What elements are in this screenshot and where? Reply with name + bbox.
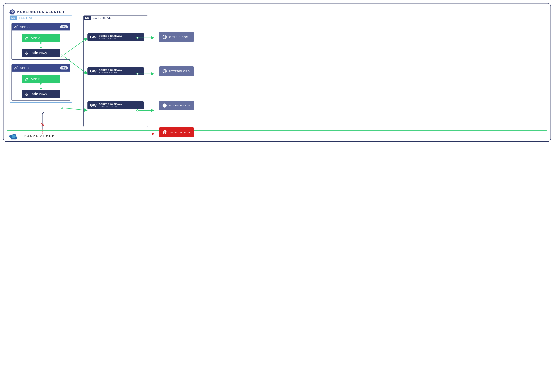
malicious-host: Malicious Host [159,127,194,137]
gw-title: EGRESS GATEWAY [99,103,122,105]
gw-label: GW [90,103,97,108]
svg-point-10 [16,26,17,27]
istio-proxy-b: Istio Proxy [22,90,60,98]
malicious-label: Malicious Host [170,131,190,134]
external-google: GOOGLE.COM [159,101,194,110]
external-hosts-column: GITHUB.COM HTTPBIN.ORG GOOGLE.COM Malici… [159,15,194,127]
app-a-block: APP-A [22,34,60,42]
app-b-label: APP-B [31,77,41,81]
svg-point-42 [42,112,43,113]
banzai-cloud-logo-icon [8,133,22,140]
footer-text: BANZAICLOUD [24,135,55,138]
globe-icon [162,103,167,108]
kubernetes-cluster-box: KUBERNETES CLUSTER NS TEST-APP APP-A PO [7,7,547,131]
arrow-app-b-to-proxy [41,84,41,89]
arrow-app-a-to-proxy [41,43,41,48]
rocket-icon [14,25,18,29]
outer-frame: KUBERNETES CLUSTER NS TEST-APP APP-A PO [3,3,551,142]
gw-subtitle: FOR HTTPBIN.ORG [99,72,122,73]
diagram-area: NS TEST-APP APP-A POD [10,15,544,127]
svg-point-34 [61,107,63,109]
svg-line-45 [41,124,44,126]
rocket-icon [25,77,29,81]
svg-line-44 [41,124,44,126]
gw-label: GW [90,69,97,73]
blocked-x-icon [41,124,44,126]
namespace-external: NS EXTERNAL GW EGRESS GATEWAY FOR GITHUB… [84,15,148,127]
skull-pirate-icon [162,130,167,135]
pod-title: APP-B [20,66,30,70]
pod-header: APP-A POD [12,23,70,30]
app-b-block: APP-B [22,75,60,84]
external-label: GITHUB.COM [169,35,189,38]
istio-light: Proxy [39,92,47,96]
ns-testapp-tab: NS TEST-APP [10,15,36,20]
egress-gateway-httpbin: GW EGRESS GATEWAY FOR HTTPBIN.ORG [87,67,144,75]
istio-sail-icon [25,51,29,55]
pod-pill: POD [60,66,68,70]
gw-title: EGRESS GATEWAY [99,35,122,37]
istio-proxy-a: Istio Proxy [22,49,60,57]
external-github: GITHUB.COM [159,32,194,42]
globe-icon [162,35,167,39]
pod-title: APP-A [20,25,30,28]
namespace-testapp: NS TEST-APP APP-A POD [10,15,72,103]
app-a-label: APP-A [31,36,41,40]
cluster-title: KUBERNETES CLUSTER [17,10,64,14]
istio-sail-icon [25,92,29,96]
ns-badge: NS [84,15,91,20]
rocket-icon [14,66,18,70]
footer-cloud: CLOUD [40,135,55,138]
ns-name: TEST-APP [19,16,36,20]
globe-icon [162,69,167,74]
pod-pill: POD [60,25,68,28]
external-httpbin: HTTPBIN.ORG [159,66,194,76]
gw-label: GW [90,35,97,39]
footer: BANZAICLOUD [7,133,547,140]
ns-external-tab: NS EXTERNAL [84,15,111,20]
istio-bold: Istio [30,92,38,96]
gw-subtitle: FOR GOOGLE.COM [99,106,122,108]
ns-badge: NS [10,15,17,20]
rocket-icon [25,36,29,40]
cluster-header: KUBERNETES CLUSTER [9,9,64,15]
kubernetes-icon [9,9,15,15]
svg-point-9 [12,12,12,12]
gw-subtitle: FOR GITHUB.COM [99,37,122,39]
svg-point-11 [27,37,28,38]
footer-banzai: BANZAI [24,135,40,138]
svg-point-29 [164,132,164,133]
pod-app-b: APP-B POD APP-B Istio [12,64,70,101]
gw-title: EGRESS GATEWAY [99,69,122,71]
svg-point-13 [27,78,28,79]
ns-name: EXTERNAL [93,16,111,20]
external-label: HTTPBIN.ORG [169,70,190,73]
istio-light: Proxy [39,51,47,55]
svg-point-30 [165,132,166,133]
pod-header: APP-B POD [12,64,70,72]
istio-bold: Istio [30,51,38,55]
pod-app-a: APP-A POD APP-A Istio [12,23,70,60]
svg-point-12 [16,67,17,68]
external-label: GOOGLE.COM [169,104,190,107]
egress-gateway-google: GW EGRESS GATEWAY FOR GOOGLE.COM [87,101,144,109]
egress-gateway-github: GW EGRESS GATEWAY FOR GITHUB.COM [87,33,144,41]
